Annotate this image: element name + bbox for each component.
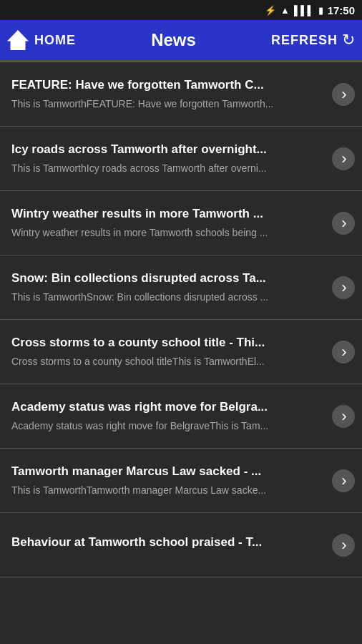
news-title: Behaviour at Tamworth school praised - T…: [11, 535, 326, 550]
news-item[interactable]: Behaviour at Tamworth school praised - T…: [0, 513, 362, 577]
home-button[interactable]: HOME: [7, 30, 76, 50]
news-title: Cross storms to a county school title - …: [11, 335, 326, 351]
home-label: HOME: [34, 33, 76, 48]
news-preview: This is TamworthIcy roads across Tamwort…: [11, 162, 326, 175]
status-bar: ⚡ ▲ ▌▌▌ ▮ 17:50: [0, 0, 362, 20]
nav-bar: HOME News REFRESH ↻: [0, 20, 362, 60]
refresh-button[interactable]: REFRESH ↻: [271, 31, 355, 49]
battery-icon: ▮: [318, 5, 323, 16]
news-title: Wintry weather results in more Tamworth …: [11, 206, 326, 222]
news-item[interactable]: Tamworth manager Marcus Law sacked - ...…: [0, 449, 362, 513]
bluetooth-icon: ⚡: [265, 5, 276, 16]
refresh-label: REFRESH: [271, 33, 338, 48]
status-time: 17:50: [328, 4, 355, 16]
news-arrow-icon: [332, 276, 355, 299]
news-arrow-icon: [332, 212, 355, 235]
news-preview: Wintry weather results in more Tamworth …: [11, 226, 326, 239]
status-bar-right: ⚡ ▲ ▌▌▌ ▮ 17:50: [265, 4, 355, 16]
news-arrow-icon: [332, 341, 355, 364]
signal-icon: ▌▌▌: [294, 5, 314, 16]
news-arrow-icon: [332, 147, 355, 170]
news-preview: This is TamworthSnow: Bin collections di…: [11, 291, 326, 303]
news-item[interactable]: Wintry weather results in more Tamworth …: [0, 191, 362, 255]
news-item[interactable]: Academy status was right move for Belgra…: [0, 384, 362, 449]
news-item[interactable]: Cross storms to a county school title - …: [0, 320, 362, 384]
news-list: FEATURE: Have we forgotten Tamworth C...…: [0, 62, 362, 644]
news-arrow-icon: [332, 469, 355, 492]
news-preview: This is TamworthFEATURE: Have we forgott…: [11, 97, 326, 110]
wifi-icon: ▲: [280, 5, 290, 16]
news-arrow-icon: [332, 534, 355, 557]
news-title: Icy roads across Tamworth after overnigh…: [11, 142, 326, 157]
news-preview: Academy status was right move for Belgra…: [11, 419, 326, 432]
page-title: News: [151, 30, 196, 50]
news-title: FEATURE: Have we forgotten Tamworth C...: [11, 77, 326, 93]
refresh-icon: ↻: [342, 31, 355, 49]
news-title: Snow: Bin collections disrupted across T…: [11, 270, 326, 286]
home-icon: [7, 30, 29, 50]
news-preview: This is TamworthTamworth manager Marcus …: [11, 484, 326, 497]
news-arrow-icon: [332, 83, 355, 106]
news-item[interactable]: FEATURE: Have we forgotten Tamworth C...…: [0, 62, 362, 127]
news-preview: Cross storms to a county school titleThi…: [11, 355, 326, 368]
news-item[interactable]: Snow: Bin collections disrupted across T…: [0, 255, 362, 320]
news-item[interactable]: Icy roads across Tamworth after overnigh…: [0, 127, 362, 191]
news-arrow-icon: [332, 405, 355, 428]
news-title: Tamworth manager Marcus Law sacked - ...: [11, 464, 326, 479]
news-title: Academy status was right move for Belgra…: [11, 399, 326, 415]
